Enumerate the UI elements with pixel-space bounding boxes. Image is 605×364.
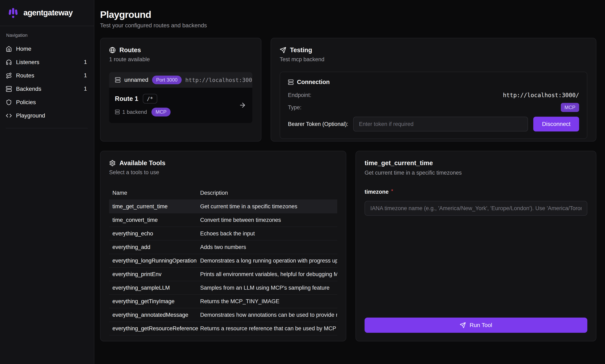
tools-table: Name Description time_get_current_time G… [109, 186, 337, 336]
listener-row: unnamed Port 3000 http://localhost:3000/ [109, 72, 252, 88]
bearer-token-input[interactable] [353, 117, 528, 131]
tools-table-header: Name Description [109, 186, 337, 200]
tool-description: Get current time in a specific timezones [200, 203, 337, 210]
connection-header: Connection [288, 79, 579, 85]
tool-name: everything_longRunningOperation [109, 258, 200, 264]
code-icon [6, 113, 12, 119]
brand-header: agentgateway [0, 0, 94, 26]
testing-card: Testing Test mcp backend Connection Endp… [271, 38, 596, 142]
run-tool-label: Run Tool [470, 322, 492, 328]
timezone-field-label: timezone [365, 189, 389, 195]
tools-card-header: Available Tools [109, 159, 337, 167]
bearer-token-label: Bearer Token (Optional): [288, 121, 348, 127]
tool-description: Returns the MCP_TINY_IMAGE [200, 298, 337, 305]
table-row[interactable]: everything_add Adds two numbers [109, 241, 337, 254]
listener-name: unnamed [124, 77, 148, 83]
tool-description: Echoes back the input [200, 231, 337, 237]
send-icon [280, 47, 286, 53]
tool-name: everything_printEnv [109, 271, 200, 277]
sidebar-item-label: Home [16, 46, 31, 52]
sidebar-item-label: Policies [16, 99, 36, 105]
type-badge: MCP [561, 103, 579, 112]
tool-name: everything_add [109, 244, 200, 250]
server-icon [115, 77, 121, 83]
route-path-badge: /* [143, 94, 157, 104]
gear-icon [109, 160, 116, 166]
table-row[interactable]: everything_getResourceReference Returns … [109, 322, 337, 336]
nav-section-label: Navigation [6, 33, 88, 38]
server-icon [6, 86, 12, 92]
available-tools-card: Available Tools Select a tools to use Na… [100, 151, 346, 341]
tool-runner-card: time_get_current_time Get current time i… [355, 151, 596, 341]
port-badge: Port 3000 [152, 76, 182, 84]
tool-name: everything_getTinyImage [109, 298, 200, 305]
route-icon [6, 73, 12, 79]
table-row[interactable]: everything_getTinyImage Returns the MCP_… [109, 295, 337, 308]
sidebar-item-count: 1 [84, 72, 88, 79]
page-subtitle: Test your configured routes and backends [100, 22, 596, 29]
tools-card-title: Available Tools [119, 159, 165, 167]
sidebar: agentgateway Navigation Home Listeners 1… [0, 0, 94, 364]
sidebar-item-playground[interactable]: Playground [6, 109, 88, 122]
shield-icon [6, 99, 12, 105]
headphones-icon [6, 59, 12, 65]
endpoint-value: http://localhost:3000/ [503, 92, 579, 99]
disconnect-button[interactable]: Disconnect [533, 117, 579, 131]
tool-name: time_convert_time [109, 217, 200, 223]
table-row[interactable]: everything_annotatedMessage Demonstrates… [109, 308, 337, 322]
home-icon [6, 46, 12, 52]
tool-name: everything_echo [109, 231, 200, 237]
sidebar-item-routes[interactable]: Routes 1 [6, 69, 88, 82]
testing-card-subtitle: Test mcp backend [280, 56, 587, 63]
sidebar-item-home[interactable]: Home [6, 42, 88, 55]
connection-title: Connection [297, 79, 330, 85]
tools-card-subtitle: Select a tools to use [109, 169, 337, 176]
sidebar-item-label: Backends [16, 86, 41, 92]
bearer-token-row: Bearer Token (Optional): Disconnect [288, 117, 579, 131]
tool-description: Demonstrates how annotations can be used… [200, 312, 337, 318]
table-row[interactable]: everything_printEnv Prints all environme… [109, 268, 337, 281]
sidebar-item-count: 1 [84, 86, 88, 92]
tool-description: Samples from an LLM using MCP's sampling… [200, 285, 337, 291]
sidebar-nav: Navigation Home Listeners 1 Routes 1 [0, 26, 94, 128]
tool-description: Adds two numbers [200, 244, 337, 250]
sidebar-item-count: 1 [84, 59, 88, 65]
table-row[interactable]: time_get_current_time Get current time i… [109, 200, 337, 213]
sidebar-item-label: Routes [16, 72, 34, 79]
sidebar-item-listeners[interactable]: Listeners 1 [6, 55, 88, 69]
sidebar-divider [6, 128, 88, 128]
timezone-input[interactable] [365, 201, 587, 216]
timezone-field-label-row: timezone * [365, 189, 587, 195]
routes-card-subtitle: 1 route available [109, 56, 252, 63]
sidebar-item-backends[interactable]: Backends 1 [6, 82, 88, 95]
connection-panel: Connection Endpoint: http://localhost:30… [280, 72, 587, 139]
agentgateway-logo-icon [7, 7, 19, 19]
table-row[interactable]: everything_longRunningOperation Demonstr… [109, 254, 337, 268]
table-row[interactable]: everything_echo Echoes back the input [109, 227, 337, 241]
tool-name: everything_annotatedMessage [109, 312, 200, 318]
testing-card-title: Testing [290, 46, 312, 54]
type-label: Type: [288, 104, 302, 111]
tool-name: everything_getResourceReference [109, 325, 200, 332]
column-header-description: Description [200, 190, 337, 196]
tool-description: Prints all environment variables, helpfu… [200, 271, 337, 277]
sidebar-item-label: Playground [16, 112, 45, 119]
listener-group: unnamed Port 3000 http://localhost:3000/… [109, 72, 252, 123]
page-title: Playground [100, 9, 596, 21]
main-content: Playground Test your configured routes a… [95, 0, 605, 364]
listener-url: http://localhost:3000/ [185, 77, 252, 83]
routes-card-title: Routes [119, 46, 141, 54]
column-header-name: Name [109, 190, 200, 196]
tool-name: everything_sampleLLM [109, 285, 200, 291]
route-protocol-badge: MCP [151, 108, 171, 117]
sidebar-item-policies[interactable]: Policies [6, 95, 88, 109]
run-tool-button[interactable]: Run Tool [365, 318, 587, 333]
route-item[interactable]: Route 1 /* 1 backend MCP [109, 88, 252, 123]
globe-icon [109, 47, 116, 53]
table-row[interactable]: time_convert_time Convert time between t… [109, 213, 337, 227]
server-icon [288, 79, 294, 85]
server-icon [115, 109, 120, 114]
tool-name: time_get_current_time [109, 203, 200, 210]
route-info: Route 1 /* 1 backend MCP [115, 94, 171, 117]
table-row[interactable]: everything_sampleLLM Samples from an LLM… [109, 281, 337, 295]
